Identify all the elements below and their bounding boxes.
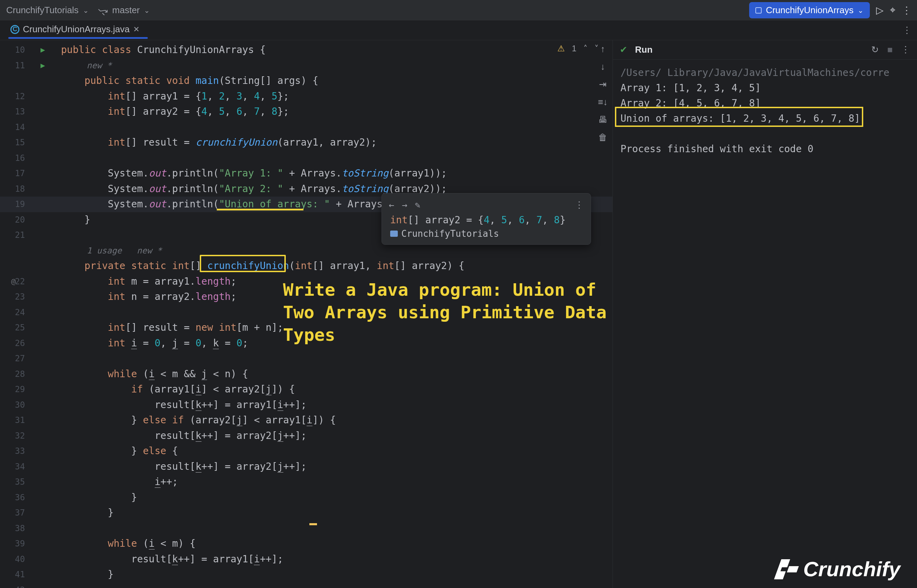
kebab-icon[interactable]: ⋮ [902,5,911,16]
gutter-line[interactable]: 12 [0,89,31,104]
gutter-line[interactable]: 33 [0,443,31,459]
gutter-line[interactable]: 23 [0,289,31,305]
console-output[interactable]: /Users/ Library/Java/JavaVirtualMachines… [613,60,917,162]
caption-line: Write a Java program: Union of [283,279,613,301]
edit-icon[interactable]: ✎ [415,200,420,210]
caption-overlay: Write a Java program: Union of Two Array… [283,279,613,346]
soft-wrap-icon[interactable]: ⇥ [599,79,606,90]
highlight-underline [217,209,304,210]
main-split: ⚠ 1 ˄ ˅ 10 11 12 13 14 15 16 17 18 19 20… [0,40,917,588]
crunchify-wordmark: Crunchify [803,557,900,581]
success-icon: ✔ [620,44,628,55]
console-line: /Users/ Library/Java/JavaVirtualMachines… [621,65,913,81]
scroll-to-end-icon[interactable]: ≡↓ [598,97,608,107]
module-icon [390,231,398,237]
popup-breadcrumb[interactable]: CrunchifyTutorials [382,226,590,239]
popup-breadcrumb-label: CrunchifyTutorials [401,228,499,239]
branch-name: master [112,5,140,16]
toolbar-right: CrunchifyUnionArrays ⌄ ▷ ⌖ ⋮ [749,2,911,18]
gutter-line[interactable]: 15 [0,135,31,150]
chevron-down-icon: ⌄ [858,6,864,15]
gutter-line[interactable]: 25 [0,320,31,336]
class-icon [755,7,762,13]
gutter-line[interactable]: 26 [0,336,31,351]
branch-icon: ⎇ [96,3,110,17]
gutter-line[interactable]: 32 [0,428,31,444]
gutter-line[interactable]: 22@ [0,274,31,289]
gutter-line[interactable]: 24 [0,305,31,320]
gutter-line[interactable]: 16 [0,150,31,166]
scroll-up-icon[interactable]: ↑ [601,44,605,55]
trash-icon[interactable]: 🗑 [598,132,607,143]
gutter-line[interactable] [0,243,31,274]
code-area[interactable]: public class CrunchifyUnionArrays { new … [31,40,613,588]
top-bar: CrunchifyTutorials ⌄ ⎇ master ⌄ Crunchif… [0,0,917,21]
gutter-line[interactable]: 13 [0,104,31,120]
run-config-selector[interactable]: CrunchifyUnionArrays ⌄ [749,2,870,18]
project-name: CrunchifyTutorials [6,5,79,16]
annotation-icon: @ [11,274,16,289]
quick-doc-popup[interactable]: ← → ✎ ⋮ int[] array2 = {4, 5, 6, 7, 8} C… [382,193,591,245]
gutter-line[interactable]: 35 [0,474,31,490]
gutter-line[interactable]: 20 [0,212,31,228]
chevron-down-icon: ⌄ [144,6,150,15]
tab-active-indicator [8,37,148,39]
console-line [621,126,913,141]
popup-toolbar: ← → ✎ ⋮ [382,198,590,214]
editor-pane: ⚠ 1 ˄ ˅ 10 11 12 13 14 15 16 17 18 19 20… [0,40,613,588]
run-config-label: CrunchifyUnionArrays [766,5,854,16]
gutter-line[interactable]: 40 [0,552,31,567]
kebab-icon[interactable]: ⋮ [901,44,910,55]
gutter[interactable]: 10 11 12 13 14 15 16 17 18 19 20 21 22@ … [0,40,31,588]
popup-code: int[] array2 = {4, 5, 6, 7, 8} [382,214,590,226]
editor[interactable]: 10 11 12 13 14 15 16 17 18 19 20 21 22@ … [0,40,613,588]
run-icon[interactable]: ▷ [876,5,884,16]
tab-file[interactable]: C CrunchifyUnionArrays.java ✕ [10,24,146,37]
gutter-line[interactable]: 29 [0,382,31,397]
run-side-toolbar: ↑ ↓ ⇥ ≡↓ 🖶 🗑 [593,40,613,143]
gutter-line[interactable]: 41 [0,567,31,582]
crunchify-logo: Crunchify [778,557,900,581]
inlay-hint: new * [31,58,613,73]
rerun-icon[interactable]: ↻ [871,44,879,55]
console-line: Array 1: [1, 2, 3, 4, 5] [621,81,913,96]
run-header-actions: ↻ ■ ⋮ [871,44,910,55]
kebab-icon[interactable]: ⋮ [902,25,911,36]
kebab-icon[interactable]: ⋮ [575,200,584,210]
tab-filename: CrunchifyUnionArrays.java [23,24,130,35]
gutter-line[interactable]: 14 [0,120,31,135]
gutter-line[interactable]: 42 [0,582,31,588]
highlight-box [615,107,863,127]
print-icon[interactable]: 🖶 [598,115,607,125]
arrow-right-icon[interactable]: → [402,200,408,210]
gutter-line[interactable]: 21 [0,228,31,243]
gutter-line[interactable]: 31 [0,413,31,428]
branch-selector[interactable]: ⎇ master ⌄ [99,5,150,16]
gutter-line[interactable]: 17 [0,166,31,181]
gutter-line[interactable]: 38 [0,521,31,536]
inlay-hint: 1 usage new * [31,243,613,258]
gutter-line[interactable]: 34 [0,459,31,475]
gutter-line[interactable]: 11 [0,58,31,89]
debug-icon[interactable]: ⌖ [890,5,896,16]
arrow-left-icon[interactable]: ← [389,200,395,210]
gutter-line[interactable]: 30 [0,397,31,413]
run-header: ✔ Run ↻ ■ ⋮ [613,40,917,60]
close-icon[interactable]: ✕ [133,25,139,34]
scroll-down-icon[interactable]: ↓ [601,61,605,72]
gutter-line[interactable]: 39 [0,536,31,552]
gutter-line[interactable]: 36 [0,490,31,506]
gutter-line[interactable]: 27 [0,351,31,367]
gutter-line[interactable]: 10 [0,42,31,58]
crunchify-mark-icon [778,559,798,579]
highlight-box [200,255,286,272]
breadcrumb[interactable]: CrunchifyTutorials ⌄ [6,5,89,16]
gutter-line[interactable]: 37 [0,505,31,521]
console-line: Process finished with exit code 0 [621,141,913,157]
run-title: Run [635,44,653,55]
chevron-down-icon: ⌄ [83,6,89,15]
gutter-line[interactable]: 18 [0,181,31,197]
gutter-line[interactable]: 19 [0,197,31,212]
gutter-line[interactable]: 28 [0,367,31,382]
stop-icon[interactable]: ■ [887,44,893,55]
